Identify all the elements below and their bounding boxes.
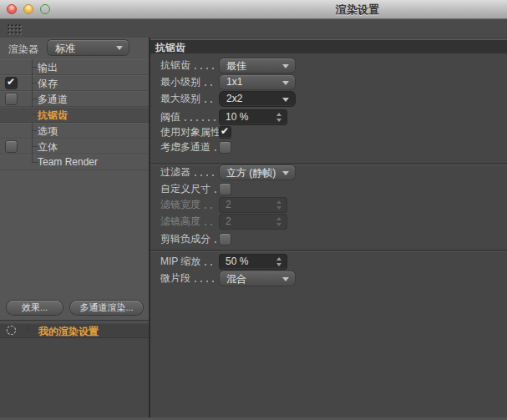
spinner-value: 10 % bbox=[226, 111, 248, 123]
sidebar-item-stereo[interactable]: 立体 bbox=[0, 139, 149, 154]
spinner-arrows-icon bbox=[276, 200, 282, 210]
dropdown-value: 立方 (静帧) bbox=[226, 166, 276, 180]
leader-dots bbox=[205, 264, 216, 266]
stereo-checkbox[interactable] bbox=[6, 141, 17, 152]
leader-dots bbox=[205, 101, 216, 103]
sidebar-item-multipass[interactable]: 多通道 bbox=[0, 91, 149, 107]
sidebar-item-team-render[interactable]: Team Render bbox=[0, 154, 149, 170]
leader-dots bbox=[205, 84, 216, 86]
use-object-properties-checkbox[interactable] bbox=[220, 127, 231, 138]
setting-label: 剪辑负成分 bbox=[160, 232, 210, 246]
setting-row-antialiasing: 抗锯齿 最佳 bbox=[160, 58, 500, 73]
section-divider bbox=[150, 250, 507, 252]
chevron-down-icon bbox=[282, 277, 289, 281]
setting-row-consider-multipass: 考虑多通道 bbox=[160, 140, 500, 154]
zoom-button[interactable] bbox=[40, 4, 50, 14]
micro-fragments-dropdown[interactable]: 混合 bbox=[220, 271, 295, 286]
sidebar-item-output[interactable]: 输出 bbox=[0, 59, 149, 75]
setting-label: 抗锯齿 bbox=[160, 58, 190, 73]
consider-multipass-checkbox[interactable] bbox=[220, 142, 231, 153]
tree-stub bbox=[28, 323, 37, 331]
setting-row-filter: 过滤器 立方 (静帧) bbox=[160, 165, 500, 180]
setting-row-threshold: 阈值 10 % bbox=[160, 110, 500, 124]
effects-button[interactable]: 效果... bbox=[7, 301, 63, 315]
sidebar-buttons: 效果... 多通道渲染... bbox=[0, 301, 149, 319]
dropdown-value: 1x1 bbox=[226, 76, 242, 88]
section-header-title: 抗锯齿 bbox=[155, 41, 185, 55]
filter-dropdown[interactable]: 立方 (静帧) bbox=[220, 165, 295, 180]
sidebar-item-label: Team Render bbox=[38, 156, 98, 168]
setting-label: 自定义尺寸 bbox=[160, 182, 210, 196]
preset-row[interactable]: 我的渲染设置 bbox=[0, 323, 149, 338]
section-header: 抗锯齿 bbox=[150, 39, 507, 53]
chevron-down-icon bbox=[282, 81, 289, 85]
renderer-row: 渲染器 标准 bbox=[0, 38, 149, 58]
setting-label: MIP 缩放 bbox=[160, 255, 200, 269]
setting-row-filter-height: 滤镜高度 2 bbox=[160, 215, 500, 229]
sidebar-item-label: 保存 bbox=[38, 77, 58, 91]
tool-strip bbox=[0, 19, 507, 38]
spinner-value: 2 bbox=[226, 215, 231, 227]
filter-height-spinner: 2 bbox=[220, 215, 286, 229]
save-checkbox[interactable] bbox=[6, 78, 17, 89]
multipass-checkbox[interactable] bbox=[6, 94, 17, 104]
renderer-dropdown[interactable]: 标准 bbox=[48, 40, 129, 55]
leader-dots bbox=[215, 149, 216, 151]
setting-row-clip-negative: 剪辑负成分 bbox=[160, 232, 500, 246]
setting-row-max-level: 最大级别 2x2 bbox=[160, 92, 500, 106]
sidebar-item-antialiasing[interactable]: 抗锯齿 bbox=[0, 107, 149, 123]
sidebar-item-label: 多通道 bbox=[38, 93, 68, 107]
chevron-down-icon bbox=[282, 98, 289, 102]
window-title: 渲染设置 bbox=[336, 3, 379, 18]
main-panel: 抗锯齿 抗锯齿 最佳 最小级别 1x1 最大级别 2x bbox=[150, 38, 507, 420]
leader-dots bbox=[195, 175, 216, 176]
minimize-button[interactable] bbox=[23, 4, 33, 14]
min-level-dropdown[interactable]: 1x1 bbox=[220, 75, 295, 89]
max-level-dropdown[interactable]: 2x2 bbox=[220, 92, 295, 106]
mip-scale-spinner[interactable]: 50 % bbox=[220, 255, 286, 269]
titlebar[interactable]: 渲染设置 bbox=[0, 0, 507, 19]
custom-size-checkbox[interactable] bbox=[220, 184, 231, 195]
spinner-arrows-icon bbox=[276, 217, 282, 226]
render-settings-window: 渲染设置 渲染器 标准 输出 保存 多 bbox=[0, 0, 507, 420]
setting-label: 微片段 bbox=[160, 271, 190, 286]
dropdown-value: 最佳 bbox=[226, 59, 246, 73]
sidebar-item-save[interactable]: 保存 bbox=[0, 75, 149, 91]
leader-dots bbox=[205, 207, 216, 209]
spinner-arrows-icon[interactable] bbox=[276, 113, 282, 122]
preset-list: 我的渲染设置 bbox=[0, 322, 149, 420]
sidebar-item-options[interactable]: 选项 bbox=[0, 123, 149, 139]
grip-icon[interactable] bbox=[7, 23, 23, 35]
sidebar-item-label: 立体 bbox=[38, 140, 58, 154]
spinner-value: 2 bbox=[226, 199, 231, 210]
setting-label: 考虑多通道 bbox=[160, 140, 210, 154]
setting-label: 滤镜宽度 bbox=[160, 198, 200, 212]
leader-dots bbox=[215, 191, 216, 193]
sidebar-item-label: 抗锯齿 bbox=[38, 109, 68, 123]
leader-dots bbox=[215, 241, 216, 243]
setting-label: 滤镜高度 bbox=[160, 215, 200, 229]
renderer-dropdown-value: 标准 bbox=[55, 42, 75, 56]
spinner-arrows-icon[interactable] bbox=[276, 257, 282, 266]
renderer-label: 渲染器 bbox=[8, 43, 38, 57]
sidebar: 渲染器 标准 输出 保存 多通道 抗锯齿 选项 bbox=[0, 38, 149, 420]
setting-row-mip-scale: MIP 缩放 50 % bbox=[160, 255, 500, 269]
setting-label: 阈值 bbox=[160, 110, 180, 124]
setting-label: 使用对象属性 bbox=[160, 125, 221, 139]
leader-dots bbox=[185, 119, 216, 121]
multipass-render-button[interactable]: 多通道渲染... bbox=[70, 301, 143, 315]
antialiasing-dropdown[interactable]: 最佳 bbox=[220, 58, 295, 73]
setting-label: 最小级别 bbox=[160, 75, 200, 89]
chevron-down-icon bbox=[282, 64, 289, 68]
threshold-spinner[interactable]: 10 % bbox=[220, 110, 286, 124]
close-button[interactable] bbox=[7, 4, 17, 14]
setting-row-filter-width: 滤镜宽度 2 bbox=[160, 198, 500, 212]
preset-label: 我的渲染设置 bbox=[38, 325, 99, 339]
setting-row-use-object-properties: 使用对象属性 bbox=[160, 125, 500, 139]
leader-dots bbox=[195, 281, 216, 282]
chevron-down-icon bbox=[116, 46, 123, 50]
setting-label: 过滤器 bbox=[160, 165, 190, 180]
leader-dots bbox=[195, 68, 216, 69]
spinner-value: 50 % bbox=[226, 256, 248, 267]
clip-negative-checkbox[interactable] bbox=[220, 234, 231, 245]
